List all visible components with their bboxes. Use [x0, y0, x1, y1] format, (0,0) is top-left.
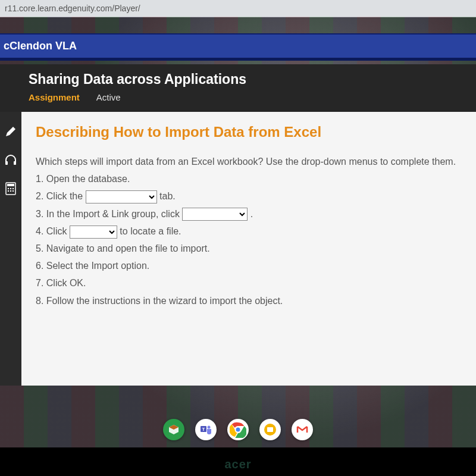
url-text: r11.core.learn.edgenuity.com/Player/ [5, 4, 140, 13]
chromebook-shelf: T [0, 419, 476, 440]
dropdown-locate[interactable] [70, 226, 117, 239]
svg-point-12 [208, 426, 211, 429]
tab-assignment[interactable]: Assignment [29, 92, 80, 102]
headphones-icon[interactable] [3, 152, 18, 168]
step-7: 7. Click OK. [36, 275, 462, 291]
step-3: 3. In the Import & Link group, click . [36, 206, 462, 222]
svg-rect-19 [267, 427, 273, 432]
chrome-app-icon[interactable] [227, 419, 249, 440]
svg-point-7 [8, 190, 9, 192]
svg-rect-1 [14, 161, 16, 165]
teams-app-icon[interactable]: T [195, 419, 217, 440]
step-2-pre: 2. Click the [36, 191, 86, 201]
step-4-post: to locate a file. [120, 226, 181, 236]
lesson-title: Sharing Data across Applications [29, 71, 464, 87]
content-body: Which steps will import data from an Exc… [36, 154, 462, 309]
device-brand-logo: acer [224, 458, 251, 471]
content-heading: Describing How to Import Data from Excel [36, 124, 462, 140]
tab-active-status[interactable]: Active [96, 92, 121, 102]
svg-point-5 [10, 188, 11, 189]
lesson-header: Sharing Data across Applications Assignm… [0, 64, 476, 112]
svg-point-9 [12, 190, 14, 192]
step-6: 6. Select the Import option. [36, 258, 462, 274]
school-name: cClendon VLA [4, 40, 77, 52]
dropdown-tab[interactable] [86, 190, 157, 203]
box-app-icon[interactable] [163, 419, 184, 440]
svg-rect-3 [7, 184, 14, 186]
step-8: 8. Follow the instructions in the wizard… [36, 293, 462, 309]
lesson-tabs: Assignment Active [29, 92, 464, 102]
step-3-pre: 3. In the Import & Link group, click [36, 209, 182, 219]
svg-point-4 [8, 188, 9, 189]
svg-text:T: T [202, 427, 205, 432]
slides-app-icon[interactable] [259, 419, 281, 440]
school-banner: cClendon VLA [0, 33, 476, 61]
dropdown-import-link[interactable] [182, 208, 248, 221]
step-5: 5. Navigate to and open the file to impo… [36, 240, 462, 256]
browser-address-bar[interactable]: r11.core.learn.edgenuity.com/Player/ [0, 0, 476, 17]
calculator-icon[interactable] [3, 181, 18, 196]
content-intro: Which steps will import data from an Exc… [36, 154, 462, 170]
step-3-post: . [250, 209, 253, 219]
side-toolbar [0, 112, 21, 386]
svg-rect-0 [5, 161, 8, 165]
gmail-app-icon[interactable] [292, 419, 313, 440]
step-4: 4. Click to locate a file. [36, 223, 462, 239]
device-bezel: acer [0, 447, 476, 476]
step-2-post: tab. [159, 191, 176, 201]
step-4-pre: 4. Click [36, 226, 70, 236]
content-panel: Describing How to Import Data from Excel… [21, 112, 476, 386]
pencil-icon[interactable] [3, 124, 18, 139]
step-2: 2. Click the tab. [36, 188, 462, 204]
svg-point-6 [12, 188, 14, 189]
step-1: 1. Open the database. [36, 171, 462, 187]
svg-point-8 [10, 190, 11, 192]
